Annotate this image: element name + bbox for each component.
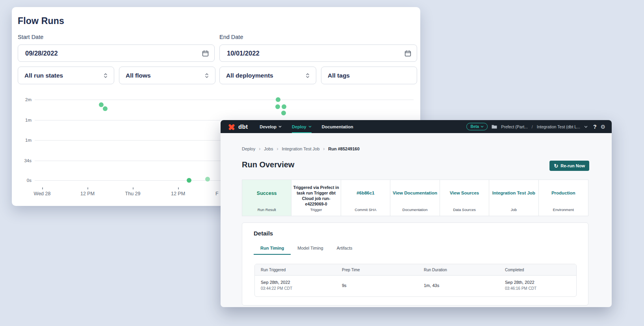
x-tick-label: 12 PM [171, 191, 185, 196]
x-tick-label: 12 PM [80, 191, 95, 196]
view-sources-link[interactable]: View Sources [442, 180, 487, 207]
y-tick-label: 0s [12, 178, 32, 183]
breadcrumb-separator: › [259, 146, 260, 152]
status-badge: Success [244, 180, 290, 207]
table-header-row: Run Triggered Prep Time Run Duration Com… [255, 264, 576, 276]
account-selector[interactable]: Prefect (Part... [501, 124, 528, 129]
nav-item-develop[interactable]: Develop [260, 120, 282, 133]
calendar-icon[interactable] [405, 50, 411, 57]
card-documentation: View Documentation Documentation [390, 180, 440, 216]
card-commit-sha: #6b86c1 Commit SHA [341, 180, 390, 216]
chevron-down-icon [481, 126, 484, 128]
flows-value: All flows [126, 72, 151, 79]
card-trigger: Triggered via Prefect in task run Trigge… [291, 180, 341, 216]
calendar-icon[interactable] [202, 50, 209, 57]
breadcrumb-job-name[interactable]: Integration Test Job [282, 146, 320, 151]
breadcrumb-deploy[interactable]: Deploy [242, 146, 255, 151]
run-triggered-time: 03:44:22 PM CDT [261, 286, 292, 291]
flow-run-dot[interactable] [276, 97, 280, 102]
y-tick-label: 2m [12, 97, 32, 102]
up-down-chevrons-icon [103, 72, 108, 79]
x-tick-label-truncated: F [215, 191, 219, 196]
breadcrumb-jobs[interactable]: Jobs [264, 146, 273, 151]
up-down-chevrons-icon [305, 72, 310, 79]
card-data-sources: View Sources Data Sources [440, 180, 489, 216]
x-tick [87, 187, 88, 189]
view-documentation-link[interactable]: View Documentation [392, 180, 438, 207]
flow-run-dot[interactable] [275, 104, 280, 109]
prep-time-value: 9s [342, 283, 347, 288]
end-date-input[interactable]: 10/01/2022 [219, 44, 417, 62]
tags-value: All tags [328, 72, 350, 79]
flow-run-dot[interactable] [99, 102, 104, 107]
flows-select[interactable]: All flows [119, 67, 215, 84]
nav-item-deploy[interactable]: Deploy [292, 120, 312, 133]
run-timing-table: Run Triggered Prep Time Run Duration Com… [254, 264, 577, 297]
run-summary-cards: Success Run Result Triggered via Prefect… [242, 180, 588, 216]
x-tick [178, 187, 179, 189]
tab-run-timing[interactable]: Run Timing [254, 243, 291, 255]
end-date-label: End Date [219, 34, 243, 40]
dbt-cloud-window: dbt Develop Deploy Documentation Beta [221, 120, 612, 307]
run-duration-value: 1m, 43s [424, 283, 439, 288]
dbt-top-navbar: dbt Develop Deploy Documentation Beta [221, 120, 612, 133]
breadcrumb-current-run: Run #85249160 [328, 146, 360, 151]
start-date-input[interactable]: 09/28/2022 [18, 44, 215, 62]
gridline [35, 100, 414, 100]
flow-run-dot[interactable] [282, 104, 286, 109]
run-states-value: All run states [24, 72, 63, 79]
chevron-down-icon [308, 126, 312, 128]
details-panel: Details Run Timing Model Timing Artifact… [242, 222, 588, 306]
x-tick [42, 187, 43, 189]
account-project-separator: / [532, 124, 533, 129]
up-down-chevrons-icon [204, 72, 210, 79]
environment-link[interactable]: Production [540, 180, 586, 207]
start-date-value: 09/28/2022 [25, 50, 58, 57]
run-states-select[interactable]: All run states [18, 67, 114, 84]
breadcrumb-separator: › [323, 146, 325, 152]
deployments-select[interactable]: All deployments [219, 67, 316, 84]
nav-item-documentation[interactable]: Documentation [322, 120, 353, 133]
page-title: Flow Runs [18, 16, 64, 26]
breadcrumb-separator: › [277, 146, 278, 152]
dbt-logo-icon [228, 123, 236, 130]
commit-sha-link[interactable]: #6b86c1 [343, 180, 388, 207]
x-tick-label: Wed 28 [34, 191, 51, 196]
help-icon[interactable]: ? [593, 124, 597, 130]
rerun-now-button[interactable]: ↻ Re-run Now [549, 161, 589, 171]
y-tick-label: 34s [12, 158, 32, 163]
breadcrumb: Deploy › Jobs › Integration Test Job › R… [242, 146, 360, 152]
details-tabs: Run Timing Model Timing Artifacts [254, 243, 359, 255]
job-link[interactable]: Integration Test Job [491, 180, 536, 207]
completed-time: 03:46:16 PM CDT [505, 286, 536, 291]
flow-run-dot[interactable] [205, 177, 210, 182]
beta-button[interactable]: Beta [466, 123, 488, 130]
flow-run-dot[interactable] [103, 106, 108, 111]
chevron-down-icon[interactable] [584, 126, 588, 128]
completed-date: Sep 28th, 2022 [505, 280, 535, 285]
card-environment: Production Environment [539, 180, 588, 216]
start-date-label: Start Date [18, 34, 43, 40]
folder-icon [492, 124, 497, 129]
flow-run-dot[interactable] [187, 178, 191, 183]
x-tick-label: Thu 29 [125, 191, 141, 196]
project-selector[interactable]: Integration Test (dbt L... [537, 124, 580, 129]
run-triggered-date: Sep 28th, 2022 [261, 280, 290, 285]
flow-run-dot[interactable] [281, 111, 286, 115]
y-tick-label: 1m [12, 138, 32, 143]
table-row: Sep 28th, 2022 03:44:22 PM CDT 9s 1m, 43… [255, 276, 576, 296]
end-date-value: 10/01/2022 [227, 50, 260, 57]
tab-model-timing[interactable]: Model Timing [291, 243, 330, 255]
card-run-result: Success Run Result [242, 180, 291, 216]
card-job: Integration Test Job Job [489, 180, 538, 216]
refresh-icon: ↻ [554, 163, 558, 169]
deployments-value: All deployments [226, 72, 273, 79]
tab-artifacts[interactable]: Artifacts [330, 243, 359, 255]
chevron-down-icon [278, 126, 282, 128]
gear-icon[interactable]: ⚙ [600, 124, 605, 130]
tags-select[interactable]: All tags [321, 67, 417, 84]
run-overview-title: Run Overview [242, 160, 294, 169]
dbt-logo-text: dbt [238, 123, 248, 130]
details-title: Details [254, 230, 273, 237]
x-tick [133, 187, 134, 189]
